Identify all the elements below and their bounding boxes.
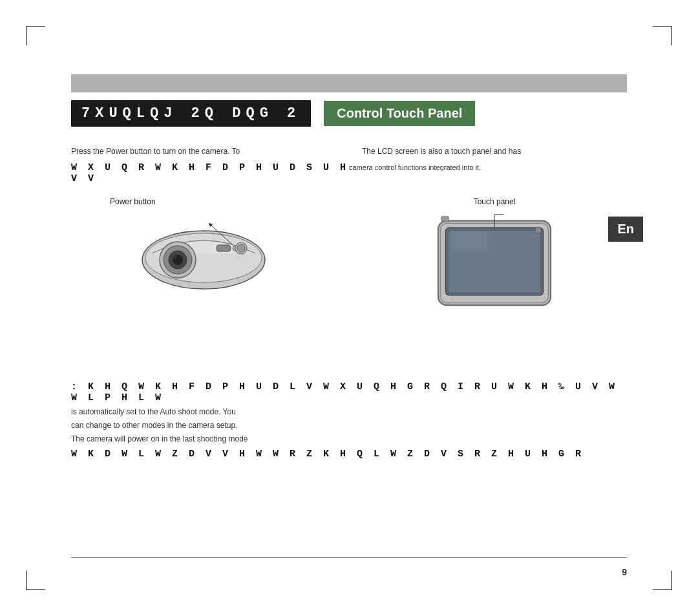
svg-rect-2 (217, 245, 231, 251)
title-green-box: Control Touch Panel (324, 101, 475, 126)
svg-rect-16 (450, 232, 488, 251)
svg-point-17 (535, 227, 542, 233)
svg-point-10 (174, 256, 176, 259)
bottom-line1: : K H Q W K H F D P H U D L V W X U Q H … (71, 381, 627, 403)
title-english: Control Touch Panel (337, 106, 462, 121)
crop-mark-tl (26, 26, 45, 45)
crop-mark-bl (26, 571, 45, 590)
header-bar (71, 74, 627, 92)
mixed-right-text: camera control functions integrated into… (349, 164, 627, 171)
bottom-line2: is automatically set to the Auto shoot m… (71, 406, 627, 418)
bottom-text: : K H Q W K H F D P H U D L V W X U Q H … (71, 381, 627, 460)
camera-front-diagram: Touch panel (362, 197, 627, 312)
intro-right: The LCD screen is also a touch panel and… (362, 145, 627, 157)
svg-rect-18 (441, 217, 449, 222)
power-button-label: Power button (110, 197, 156, 206)
camera-side-diagram: Power button (71, 197, 336, 295)
mixed-right-span: camera control functions integrated into… (349, 164, 481, 171)
page-number: 9 (622, 567, 627, 577)
bottom-line3: can change to other modes in the camera … (71, 420, 627, 432)
mixed-left-text: W X U Q R W K H F D P H U D S U H V V (71, 162, 348, 184)
bottom-line5: W K D W L W Z D V V H W W R Z K H Q L W … (71, 449, 627, 460)
intro-left: Press the Power button to turn on the ca… (71, 145, 336, 157)
diagrams-row: Power button (71, 197, 627, 312)
crop-mark-tr (653, 26, 672, 45)
mixed-text-row: W X U Q R W K H F D P H U D S U H V V ca… (71, 162, 627, 184)
bottom-rule (71, 557, 627, 558)
title-mono: 7XUQLQJ 2Q DQG 2 (81, 105, 301, 122)
content-area: Press the Power button to turn on the ca… (71, 145, 627, 331)
touch-panel-label: Touch panel (474, 197, 516, 206)
title-row: 7XUQLQJ 2Q DQG 2 Control Touch Panel (71, 100, 627, 127)
intro-row: Press the Power button to turn on the ca… (71, 145, 627, 157)
svg-point-5 (237, 244, 245, 252)
svg-point-9 (173, 255, 183, 265)
en-badge: En (608, 217, 643, 242)
bottom-line4: The camera will power on in the last sho… (71, 433, 627, 445)
camera-front-svg (430, 211, 559, 312)
camera-side-svg (132, 211, 275, 295)
mixed-left-mono: W X U Q R W K H F D P H U D S U H V V (71, 162, 349, 184)
crop-mark-br (653, 571, 672, 590)
title-black-box: 7XUQLQJ 2Q DQG 2 (71, 100, 311, 127)
page: 7XUQLQJ 2Q DQG 2 Control Touch Panel Pre… (0, 0, 698, 616)
